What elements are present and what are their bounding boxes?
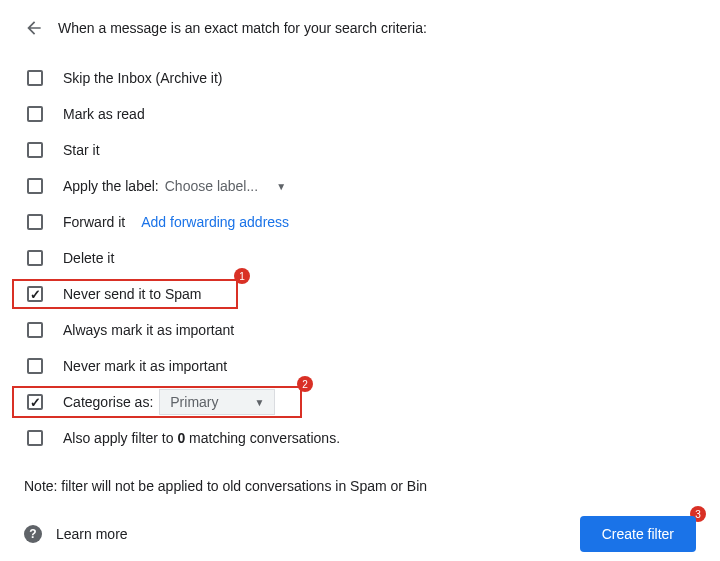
option-never-important: Never mark it as important — [24, 348, 696, 384]
caret-down-icon: ▼ — [276, 181, 286, 192]
option-forward: Forward it Add forwarding address — [24, 204, 696, 240]
label-dropdown[interactable]: Choose label... ▼ — [165, 178, 286, 194]
back-arrow-icon[interactable] — [24, 18, 44, 38]
label-skip-inbox: Skip the Inbox (Archive it) — [63, 70, 223, 86]
checkbox-never-spam[interactable] — [27, 286, 43, 302]
label-forward: Forward it — [63, 214, 125, 230]
label-categorise: Categorise as: — [63, 394, 153, 410]
label-dropdown-value: Choose label... — [165, 178, 258, 194]
option-delete: Delete it — [24, 240, 696, 276]
option-star: Star it — [24, 132, 696, 168]
label-also-apply: Also apply filter to 0 matching conversa… — [63, 430, 340, 446]
filter-create-panel: When a message is an exact match for you… — [0, 0, 720, 561]
label-never-spam: Never send it to Spam — [63, 286, 202, 302]
checkbox-mark-read[interactable] — [27, 106, 43, 122]
also-apply-prefix: Also apply filter to — [63, 430, 177, 446]
also-apply-suffix: matching conversations. — [185, 430, 340, 446]
label-star: Star it — [63, 142, 100, 158]
checkbox-delete[interactable] — [27, 250, 43, 266]
help-icon[interactable]: ? — [24, 525, 42, 543]
category-dropdown-value: Primary — [170, 394, 218, 410]
caret-down-icon: ▼ — [254, 397, 264, 408]
label-always-important: Always mark it as important — [63, 322, 234, 338]
learn-more-link[interactable]: Learn more — [56, 526, 128, 542]
note-text: Note: filter will not be applied to old … — [24, 478, 696, 494]
help-section: ? Learn more — [24, 525, 128, 543]
checkbox-categorise[interactable] — [27, 394, 43, 410]
option-also-apply: Also apply filter to 0 matching conversa… — [24, 420, 696, 456]
header-title: When a message is an exact match for you… — [58, 20, 427, 36]
option-never-spam: 1 Never send it to Spam — [24, 276, 696, 312]
category-dropdown[interactable]: Primary ▼ — [159, 389, 275, 415]
label-mark-read: Mark as read — [63, 106, 145, 122]
option-skip-inbox: Skip the Inbox (Archive it) — [24, 60, 696, 96]
footer-row: ? Learn more 3 Create filter — [24, 516, 696, 552]
option-always-important: Always mark it as important — [24, 312, 696, 348]
label-never-important: Never mark it as important — [63, 358, 227, 374]
checkbox-apply-label[interactable] — [27, 178, 43, 194]
create-filter-wrap: 3 Create filter — [580, 516, 696, 552]
checkbox-star[interactable] — [27, 142, 43, 158]
label-apply-label: Apply the label: — [63, 178, 159, 194]
checkbox-always-important[interactable] — [27, 322, 43, 338]
checkbox-also-apply[interactable] — [27, 430, 43, 446]
label-delete: Delete it — [63, 250, 114, 266]
checkbox-skip-inbox[interactable] — [27, 70, 43, 86]
option-apply-label: Apply the label: Choose label... ▼ — [24, 168, 696, 204]
checkbox-never-important[interactable] — [27, 358, 43, 374]
header-row: When a message is an exact match for you… — [24, 18, 696, 38]
link-add-forwarding[interactable]: Add forwarding address — [141, 214, 289, 230]
create-filter-button[interactable]: Create filter — [580, 516, 696, 552]
option-categorise: 2 Categorise as: Primary ▼ — [24, 384, 696, 420]
checkbox-forward[interactable] — [27, 214, 43, 230]
option-mark-read: Mark as read — [24, 96, 696, 132]
